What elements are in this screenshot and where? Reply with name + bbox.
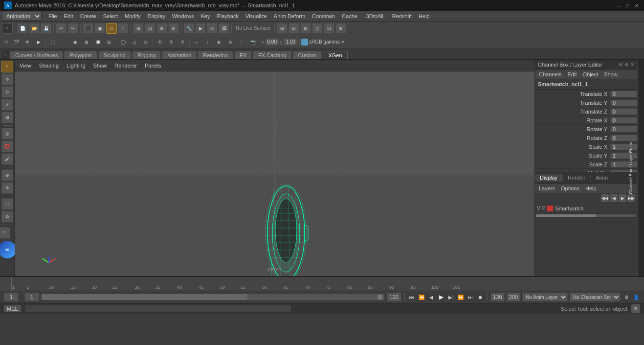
title-bar-controls[interactable]: — □ ✕ <box>616 2 640 9</box>
character-options-icon[interactable]: 👤 <box>632 293 640 301</box>
high-quality-icon[interactable]: ③ <box>177 37 188 47</box>
tab-polygons[interactable]: Polygons <box>64 51 97 59</box>
layer-playback-toggle[interactable]: P <box>542 206 546 211</box>
translate-x-value[interactable]: 0 <box>610 91 637 97</box>
snap-to-view-icon[interactable]: ⊗ <box>168 23 179 34</box>
rp-close-icon[interactable]: ✕ <box>630 62 634 67</box>
layer-next-next-icon[interactable]: ▶▶ <box>627 194 635 202</box>
polygons-icon[interactable]: △ <box>129 37 140 47</box>
all-views-icon[interactable]: ⊞ <box>104 37 114 47</box>
menu-redshift[interactable]: Redshift <box>389 12 415 20</box>
anim-layer-select[interactable]: No Anim Layer <box>522 293 568 301</box>
layer-scrollbar-thumb[interactable] <box>536 214 596 217</box>
manipulator2-icon[interactable]: ↕ <box>202 37 213 47</box>
tab-curves-surfaces[interactable]: Curves / Surfaces <box>10 51 63 59</box>
scale-tool-btn[interactable]: ⤢ <box>1 99 13 111</box>
layer-color-swatch[interactable] <box>547 206 553 211</box>
goto-end-button[interactable]: ⏭ <box>466 293 474 301</box>
goto-start-button[interactable]: ⏮ <box>408 293 416 301</box>
menu-visualize[interactable]: Visualize <box>243 12 270 20</box>
grid-icon[interactable]: ⋮ <box>236 37 247 47</box>
show-manip-btn[interactable]: ⊕ <box>1 169 13 181</box>
snap-to-grid-icon[interactable]: ⊞ <box>133 23 144 34</box>
outline-icon[interactable]: ⬚ <box>47 37 58 47</box>
tab-anim[interactable]: Anim <box>591 174 613 182</box>
tab-fx-caching[interactable]: FX Caching <box>253 51 291 59</box>
current-frame-input[interactable] <box>4 293 19 301</box>
icon-extra1[interactable]: ⊞ <box>277 23 288 34</box>
menu-select[interactable]: Select <box>100 12 121 20</box>
menu-help[interactable]: Help <box>416 12 433 20</box>
layer-visibility-toggle[interactable]: V <box>537 206 540 211</box>
timeline-ruler[interactable]: 1 5 10 15 20 25 30 35 40 45 50 55 60 65 … <box>0 277 644 291</box>
tab-render[interactable]: Render <box>563 174 591 182</box>
layer-row-smartwatch[interactable]: V P Smartwatch <box>535 203 637 214</box>
layer-menu-help[interactable]: Help <box>583 185 599 191</box>
vp-menu-panels[interactable]: Panels <box>142 63 164 69</box>
menu-file[interactable]: File <box>45 12 60 20</box>
cb-menu-object[interactable]: Object <box>580 71 600 77</box>
mel-input[interactable] <box>25 305 291 313</box>
tab-collapse-icon[interactable]: ≡ <box>2 50 9 59</box>
freeze-btn[interactable]: ❄ <box>1 182 13 194</box>
maximize-button[interactable]: □ <box>624 2 631 9</box>
layer-menu-options[interactable]: Options <box>559 185 581 191</box>
camera2-icon[interactable]: 📷 <box>247 37 258 47</box>
step-forward-button[interactable]: ⏩ <box>457 293 465 301</box>
range-max-display[interactable]: 120 <box>490 293 504 301</box>
start-frame-input[interactable] <box>24 293 39 301</box>
lasso-select-btn[interactable]: ⭕ <box>1 140 13 152</box>
shaded-icon[interactable]: ◉ <box>70 37 81 47</box>
colorspace-display[interactable]: sRGB gamma ▼ <box>301 39 345 46</box>
manipulator1-icon[interactable]: ↔ <box>191 37 202 47</box>
tab-fx[interactable]: FX <box>234 51 252 59</box>
cb-menu-channels[interactable]: Channels <box>537 71 563 77</box>
show-hide-icon[interactable]: ◎ <box>140 37 151 47</box>
menu-constrain[interactable]: Constrain <box>309 12 338 20</box>
playback-icon[interactable]: ▶ <box>33 37 44 47</box>
icon-extra2[interactable]: ⊟ <box>289 23 299 34</box>
record-button[interactable]: ⏺ <box>476 293 484 301</box>
med-quality-icon[interactable]: ② <box>166 37 177 47</box>
icon-extra5[interactable]: ⊡ <box>324 23 334 34</box>
layer-scrollbar[interactable] <box>535 214 637 218</box>
cb-menu-show[interactable]: Show <box>602 71 620 77</box>
next-frame-button[interactable]: ▶| <box>447 293 455 301</box>
shaded-wire-icon[interactable]: ◍ <box>81 37 92 47</box>
viewport-body[interactable]: persp X Y Z <box>15 71 534 276</box>
step-back-button[interactable]: ⏪ <box>418 293 425 301</box>
menu-cache[interactable]: Cache <box>339 12 360 20</box>
render-settings-icon[interactable]: 🔧 <box>183 23 194 34</box>
menu-anim-deform[interactable]: Anim Deform <box>271 12 308 20</box>
layer-scrollbar-track[interactable] <box>536 214 636 217</box>
snap-to-point-icon[interactable]: ⊕ <box>156 23 167 34</box>
camera-icon[interactable]: 🎬 <box>11 37 22 47</box>
menu-modify[interactable]: Modify <box>122 12 143 20</box>
paint-select-btn[interactable]: 🖌 <box>1 153 13 165</box>
timeline-area[interactable]: 1 5 10 15 20 25 30 35 40 45 50 55 60 65 … <box>0 276 644 291</box>
settings-gear-icon[interactable]: ⚙ <box>2 39 10 45</box>
select-tool-btn[interactable]: ↖ <box>1 61 13 72</box>
layer-prev-prev-icon[interactable]: ◀◀ <box>601 194 609 202</box>
icon-extra4[interactable]: ◫ <box>312 23 323 34</box>
vp-menu-shading[interactable]: Shading <box>36 63 62 69</box>
snap-to-curve-icon[interactable]: ⊡ <box>145 23 155 34</box>
save-scene-icon[interactable]: 💾 <box>41 23 51 34</box>
translate-z-value[interactable]: 0 <box>610 109 637 115</box>
low-quality-icon[interactable]: ① <box>155 37 165 47</box>
tab-rigging[interactable]: Rigging <box>132 51 161 59</box>
end-frame-display[interactable]: 120 <box>387 293 401 301</box>
range-slider[interactable] <box>41 294 385 300</box>
show-render-icon[interactable]: 🖼 <box>219 23 229 34</box>
texture-icon[interactable]: 🔲 <box>92 37 103 47</box>
anim-layer-btn[interactable]: ⧉ <box>1 211 13 223</box>
rotate-y-value[interactable]: 0 <box>610 126 637 132</box>
range-absolute-max-display[interactable]: 200 <box>507 293 520 301</box>
viewport[interactable]: View Shading Lighting Show Renderer Pane… <box>15 60 534 276</box>
play-button[interactable]: ▶ <box>437 293 445 301</box>
translate-y-value[interactable]: 0 <box>610 100 637 106</box>
select-all-icon[interactable]: ⬛ <box>83 23 93 34</box>
menu-create[interactable]: Create <box>77 12 99 20</box>
display-layer-btn[interactable]: ⬚ <box>1 198 13 210</box>
vp-menu-renderer[interactable]: Renderer <box>111 63 140 69</box>
